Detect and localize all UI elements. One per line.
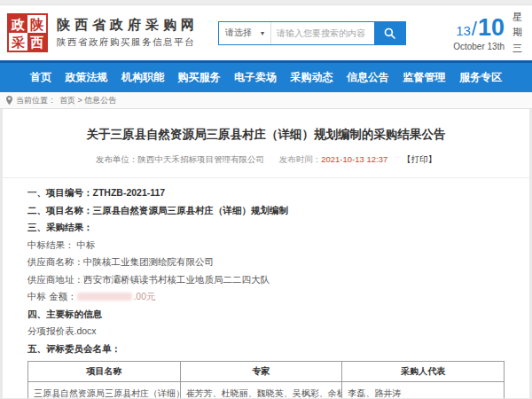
section-project-name: 二、项目名称：三原县自然资源局三原县村庄（详细）规划编制 <box>27 206 505 215</box>
site-name: 陕西省政府采购网 <box>57 17 199 34</box>
logo-char: 采 <box>9 33 27 51</box>
cell-buyer-reps: 李磊、路井涛 <box>342 382 505 398</box>
nav-item-procurement-news[interactable]: 采购动态 <box>291 70 333 85</box>
nav-item-e-market[interactable]: 电子卖场 <box>234 70 277 85</box>
announcement-card: 关于三原县自然资源局三原县村庄（详细）规划编制的采购结果公告 发布单位：陕西中天… <box>3 109 529 398</box>
search-category-select[interactable]: 请选择 ▾ <box>219 22 271 44</box>
publisher-label: 发布单位： <box>96 154 138 164</box>
amount-suffix: .00元 <box>133 291 155 301</box>
nav-item-announcements[interactable]: 信息公告 <box>347 70 389 85</box>
header-project-name: 项目名称 <box>28 362 181 382</box>
section-project-number: 一、项目编号：ZTHZB-2021-117 <box>27 188 505 198</box>
article-meta: 发布单位：陕西中天禾招标项目管理有限公司 发布时间：2021-10-13 12:… <box>20 154 512 166</box>
date-day: 13 <box>456 23 471 38</box>
section-committee-heading: 五、评标委员会名单： <box>27 344 505 354</box>
table-header-row: 项目名称 专家 采购人代表 <box>28 362 505 382</box>
site-subtitle: 陕西省政府购买服务信息平台 <box>57 36 199 49</box>
breadcrumb-path[interactable]: 首页 > 信息公告 <box>59 95 116 106</box>
date-numbers-block: 13 / 10 October 13th <box>453 14 505 51</box>
publish-time-value: 2021-10-13 12:37 <box>321 154 387 164</box>
page-title: 关于三原县自然资源局三原县村庄（详细）规划编制的采购结果公告 <box>20 127 512 143</box>
date-month: 10 <box>478 14 505 42</box>
search-bar: 请选择 ▾ <box>218 21 406 45</box>
nav-item-home[interactable]: 首页 <box>30 70 51 85</box>
supplier-name-line: 供应商名称：中陕核工业集团测绘院有限公司 <box>27 257 505 267</box>
print-button[interactable]: 【打印】 <box>403 154 436 164</box>
date-separator: / <box>472 18 477 41</box>
publisher-value: 陕西中天禾招标项目管理有限公司 <box>138 154 265 164</box>
logo-char: 陕 <box>27 15 46 33</box>
logo-char: 政 <box>9 15 27 33</box>
section-subject-heading: 四、主要标的信息 <box>27 309 505 319</box>
search-input[interactable] <box>271 22 374 44</box>
bid-amount-line: 中标 金额：.00元 <box>27 292 505 301</box>
article-body: 一、项目编号：ZTHZB-2021-117 二、项目名称：三原县自然资源局三原县… <box>3 178 529 398</box>
location-pin-icon <box>6 96 12 105</box>
supplier-address-line: 供应商地址：西安市灞桥镇读书村核工业地质局二二四大队 <box>27 275 505 285</box>
date-numeric: 13 / 10 <box>453 14 505 42</box>
search-button[interactable] <box>374 22 405 44</box>
site-logo[interactable]: 政 陕 采 西 <box>7 13 48 52</box>
table-row: 三原县自然资源局三原县村庄（详细）规划编制 崔芳芳、杜晓丽、魏晓英、吴枫彩、余杨… <box>28 382 505 398</box>
site-titles: 陕西省政府采购网 陕西省政府购买服务信息平台 <box>57 17 199 49</box>
logo-char: 西 <box>27 33 46 51</box>
attachment-link[interactable]: 分项报价表.docx <box>27 326 505 336</box>
nav-item-purchase-services[interactable]: 购买服务 <box>178 70 221 85</box>
amount-label: 中标 金额： <box>27 291 76 301</box>
nav-item-service-zone[interactable]: 服务专区 <box>459 70 502 85</box>
nav-item-supervision[interactable]: 监督管理 <box>403 70 446 85</box>
bid-result-line: 中标结果： 中标 <box>27 240 505 250</box>
cell-experts: 崔芳芳、杜晓丽、魏晓英、吴枫彩、余杨文 <box>180 382 342 398</box>
weekday-label: 星期三 <box>512 10 523 55</box>
search-select-label: 请选择 <box>225 27 252 39</box>
breadcrumb: 当前位置： 首页 > 信息公告 <box>0 92 532 109</box>
header-buyer-reps: 采购人代表 <box>342 362 505 382</box>
site-header: 政 陕 采 西 陕西省政府采购网 陕西省政府购买服务信息平台 请选择 ▾ 13 … <box>0 5 532 60</box>
section-result-heading: 三、采购结果： <box>27 223 505 232</box>
date-english: October 13th <box>453 42 505 51</box>
breadcrumb-label: 当前位置： <box>16 95 56 106</box>
caret-down-icon: ▾ <box>261 29 264 37</box>
article-header: 关于三原县自然资源局三原县村庄（详细）规划编制的采购结果公告 发布单位：陕西中天… <box>3 109 529 178</box>
main-content-area: 关于三原县自然资源局三原县村庄（详细）规划编制的采购结果公告 发布单位：陕西中天… <box>0 109 532 398</box>
nav-item-policies[interactable]: 政策法规 <box>66 70 108 85</box>
main-nav: 首页 政策法规 机构职能 购买服务 电子卖场 采购动态 信息公告 监督管理 服务… <box>0 60 532 92</box>
header-experts: 专家 <box>180 362 342 382</box>
publish-time-label: 发布时间： <box>279 154 322 164</box>
nav-item-functions[interactable]: 机构职能 <box>121 70 164 85</box>
search-icon <box>384 27 395 39</box>
date-widget: 13 / 10 October 13th 星期三 <box>453 10 525 55</box>
redacted-amount-blur <box>77 293 132 301</box>
committee-table: 项目名称 专家 采购人代表 三原县自然资源局三原县村庄（详细）规划编制 崔芳芳、… <box>27 361 505 398</box>
cell-project-name: 三原县自然资源局三原县村庄（详细）规划编制 <box>28 382 181 398</box>
